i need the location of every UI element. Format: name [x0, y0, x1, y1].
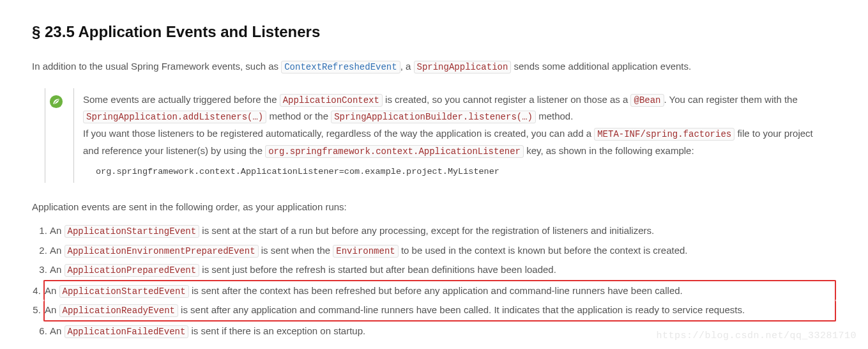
- code-environment: Environment: [333, 245, 398, 258]
- note-text: method.: [536, 111, 573, 121]
- intro-paragraph: In addition to the usual Spring Framewor…: [32, 58, 836, 75]
- code-event: ApplicationReadyEvent: [59, 304, 178, 317]
- section-heading: § 23.5 Application Events and Listeners: [32, 19, 836, 45]
- item-text: is sent if there is an exception on star…: [188, 325, 365, 336]
- code-spring-application: SpringApplication: [414, 61, 512, 74]
- note-text: key, as shown in the following example:: [524, 145, 694, 156]
- item-text: An: [50, 245, 65, 256]
- list-item: An ApplicationStartedEvent is sent after…: [43, 280, 836, 301]
- code-bean-annotation: @Bean: [630, 94, 664, 107]
- intro-text: sends some additional application events…: [511, 61, 691, 72]
- code-event: ApplicationStartingEvent: [65, 225, 200, 238]
- item-text: is sent after the context has been refre…: [189, 285, 683, 296]
- intro-text: In addition to the usual Spring Framewor…: [32, 61, 281, 72]
- code-add-listeners: SpringApplication.addListeners(…): [83, 111, 266, 123]
- code-event: ApplicationEnvironmentPreparedEvent: [65, 245, 259, 258]
- list-item: An ApplicationEnvironmentPreparedEvent i…: [50, 241, 836, 261]
- intro-text: , a: [400, 61, 414, 72]
- code-event: ApplicationStartedEvent: [59, 285, 189, 298]
- code-event: ApplicationFailedEvent: [65, 325, 189, 338]
- note-text: method or the: [266, 111, 331, 121]
- list-item: An ApplicationReadyEvent is sent after a…: [43, 300, 836, 322]
- note-text: . You can register them with the: [664, 94, 798, 105]
- note-text: Some events are actually triggered befor…: [83, 94, 280, 105]
- item-text: is sent when the: [259, 245, 333, 256]
- item-text: is sent just before the refresh is start…: [199, 264, 556, 275]
- note-code-example: org.springframework.context.ApplicationL…: [96, 165, 828, 180]
- item-text: is sent at the start of a run but before…: [199, 225, 654, 236]
- event-ordered-list: An ApplicationStartingEvent is sent at t…: [32, 221, 836, 341]
- code-context-refreshed: ContextRefreshedEvent: [281, 61, 400, 74]
- order-intro: Application events are sent in the follo…: [32, 199, 836, 215]
- item-text: An: [50, 225, 65, 236]
- code-application-context: ApplicationContext: [280, 94, 383, 107]
- item-text: to be used in the context is known but b…: [399, 245, 688, 256]
- spring-leaf-icon: [45, 88, 73, 183]
- note-box: Some events are actually triggered befor…: [45, 88, 836, 183]
- list-item: An ApplicationStartingEvent is sent at t…: [50, 221, 836, 241]
- list-item: An ApplicationFailedEvent is sent if the…: [50, 322, 836, 341]
- list-item: An ApplicationPreparedEvent is sent just…: [50, 260, 836, 280]
- code-builder-listeners: SpringApplicationBuilder.listeners(…): [331, 111, 536, 123]
- note-text: If you want those listeners to be regist…: [83, 128, 594, 139]
- code-event: ApplicationPreparedEvent: [65, 264, 200, 277]
- item-text: An: [45, 285, 59, 296]
- item-text: An: [50, 325, 65, 336]
- item-text: is sent after any application and comman…: [178, 304, 745, 315]
- code-spring-factories: META-INF/spring.factories: [594, 128, 735, 141]
- code-application-listener: org.springframework.context.ApplicationL…: [265, 145, 524, 158]
- item-text: An: [45, 304, 59, 315]
- item-text: An: [50, 264, 65, 275]
- note-content: Some events are actually triggered befor…: [73, 88, 836, 183]
- note-text: is created, so you cannot register a lis…: [383, 94, 631, 105]
